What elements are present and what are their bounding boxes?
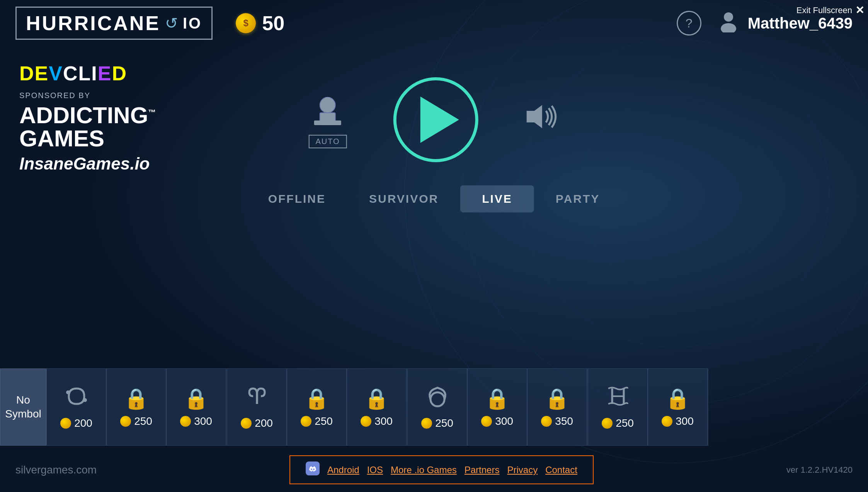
coin-icon-7	[421, 418, 432, 429]
silvergames-link[interactable]: silvergames.com	[15, 464, 97, 476]
sound-button[interactable]	[525, 101, 560, 138]
devclied-d: D	[19, 62, 35, 85]
addicting-text: ADDICTING	[19, 102, 148, 128]
lock-icon-2: 🔒	[184, 387, 209, 411]
symbol-taurus-locked-1[interactable]: 🔒 300	[467, 368, 527, 446]
aries-locked1-price: 250	[301, 415, 333, 428]
coin-icon-6	[361, 416, 371, 427]
gemini-locked1-price-text: 300	[676, 415, 694, 428]
aries-locked2-price: 300	[361, 415, 393, 428]
footer: silvergames.com Android IOS More .io Gam…	[0, 455, 868, 484]
symbol-gemini-locked-1[interactable]: 🔒 300	[648, 368, 708, 446]
logo-io-text: io	[183, 15, 202, 32]
gemini-locked1-price: 300	[662, 415, 694, 428]
close-icon: ✕	[855, 4, 864, 17]
footer-link-partners[interactable]: Partners	[465, 465, 500, 475]
trademark-symbol: ™	[148, 108, 156, 117]
play-button[interactable]	[393, 77, 478, 162]
sponsored-by-text: SPONSORED BY	[19, 91, 158, 100]
taurus-locked2-price: 350	[541, 415, 573, 428]
aries-icon	[245, 385, 269, 412]
symbol-taurus[interactable]: 250	[407, 368, 467, 446]
mode-tabs: OFFLINE SURVIVOR LIVE PARTY	[247, 185, 622, 212]
gemini-icon	[606, 385, 630, 412]
username-text: Matthew_6439	[748, 15, 853, 32]
left-panel: DEVCLIED SPONSORED BY ADDICTING™ GAMES I…	[19, 62, 158, 173]
logo-hurricane-text: HURRICANE	[26, 12, 160, 35]
devclied-v: V	[49, 62, 63, 85]
lock-icon-3: 🔒	[304, 387, 329, 411]
coin-symbol: $	[243, 18, 248, 29]
lock-icon-6: 🔒	[545, 387, 570, 411]
devclied-d2: D	[112, 62, 127, 85]
cancer-locked1-price-text: 250	[134, 415, 152, 428]
symbol-taurus-locked-2[interactable]: 🔒 350	[527, 368, 587, 446]
lock-icon-4: 🔒	[364, 387, 389, 411]
symbols-bar: NoSymbol 200 🔒	[0, 368, 868, 446]
cancer-price-text: 200	[74, 417, 92, 429]
version-text: ver 1.2.2.HV1420	[786, 465, 853, 475]
symbol-aries-locked-2[interactable]: 🔒 300	[347, 368, 407, 446]
devclied-e2: E	[98, 62, 112, 85]
tab-survivor[interactable]: SURVIVOR	[347, 185, 460, 212]
no-symbol-text: NoSymbol	[5, 393, 41, 421]
game-controls: AUTO	[308, 77, 559, 162]
cancer-locked2-price-text: 300	[194, 415, 212, 428]
symbol-group-gemini: 250 🔒 300	[588, 368, 708, 446]
auto-label-text: AUTO	[308, 135, 347, 148]
symbol-cancer-locked-2[interactable]: 🔒 300	[166, 368, 226, 446]
devclied-c: C	[63, 62, 78, 85]
cancer-coin-icon	[60, 418, 71, 429]
lock-icon-1: 🔒	[124, 387, 149, 411]
taurus-icon	[426, 385, 449, 412]
symbol-aries[interactable]: 200	[227, 368, 287, 446]
svg-point-8	[83, 398, 87, 402]
coin-icon-11	[662, 416, 672, 427]
insanegames-logo: InsaneGames.io	[19, 154, 158, 173]
footer-link-ios[interactable]: IOS	[367, 465, 383, 475]
auto-stamp-icon	[312, 92, 343, 132]
symbol-group-aries: 200 🔒 250 🔒 300	[227, 368, 407, 446]
devclied-i: I	[91, 62, 97, 85]
svg-point-9	[431, 392, 444, 406]
svg-point-14	[311, 468, 312, 470]
play-icon	[420, 97, 459, 143]
coin-icon-4	[241, 418, 252, 429]
games-text: GAMES	[19, 126, 104, 151]
lock-icon-5: 🔒	[485, 387, 510, 411]
symbol-group-taurus: 250 🔒 300 🔒 350	[407, 368, 588, 446]
tab-live[interactable]: LIVE	[460, 185, 534, 212]
help-button[interactable]: ?	[677, 11, 701, 36]
coin-icon-3	[180, 416, 191, 427]
top-bar: HURRICANE ↺ io $ 50 ? Matthew_6439	[0, 0, 868, 46]
svg-marker-6	[527, 105, 542, 128]
aries-locked1-price-text: 250	[315, 415, 333, 428]
tab-party[interactable]: PARTY	[534, 185, 621, 212]
exit-fullscreen-button[interactable]: Exit Fullscreen ✕	[797, 4, 864, 17]
cancer-price: 200	[60, 417, 92, 429]
gemini-price-text: 250	[616, 417, 634, 429]
center-area: AUTO OFFLINE SURVIVOR LIVE PARTY	[247, 62, 622, 212]
auto-button[interactable]: AUTO	[308, 92, 347, 148]
symbol-aries-locked-1[interactable]: 🔒 250	[287, 368, 347, 446]
exit-fullscreen-label: Exit Fullscreen	[797, 5, 852, 15]
symbol-no-symbol[interactable]: NoSymbol	[0, 368, 46, 446]
footer-link-contact[interactable]: Contact	[545, 465, 577, 475]
cancer-icon	[65, 385, 88, 412]
symbol-gemini[interactable]: 250	[588, 368, 648, 446]
discord-icon	[306, 461, 320, 478]
coin-icon-10	[602, 418, 613, 429]
user-avatar-icon	[717, 9, 740, 37]
tab-offline[interactable]: OFFLINE	[247, 185, 347, 212]
svg-point-1	[721, 23, 736, 32]
devclied-l: L	[78, 62, 92, 85]
footer-link-android[interactable]: Android	[327, 465, 359, 475]
symbol-cancer-locked-1[interactable]: 🔒 250	[106, 368, 166, 446]
footer-link-more-io-games[interactable]: More .io Games	[391, 465, 457, 475]
footer-link-privacy[interactable]: Privacy	[507, 465, 538, 475]
svg-point-15	[313, 468, 315, 470]
symbol-cancer[interactable]: 200	[46, 368, 106, 446]
addicting-games-logo: ADDICTING™ GAMES	[19, 104, 158, 150]
logo-swirl-icon: ↺	[165, 14, 178, 32]
cancer-locked1-price: 250	[120, 415, 152, 428]
